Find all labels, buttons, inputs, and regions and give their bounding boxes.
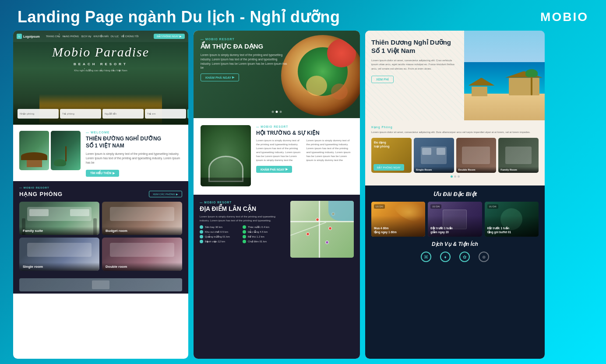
room-card-single[interactable]: Single room: [19, 238, 99, 271]
hero-script-title: Mobio Paradise: [52, 45, 149, 60]
map-label-waterfall: Thác nước 0.4 km: [248, 225, 269, 228]
right-rooms-grid: Đa dạngloại phòng ĐẶT PHÒNG NGAY Single: [371, 138, 539, 173]
offer-3-tag: UU DAI: [487, 204, 498, 209]
map-stat-square: Quảng trường 01 km: [200, 235, 241, 238]
offer-card-3[interactable]: UU DAI Đặt trước 1 tuầntặng gói buffet 0…: [485, 202, 539, 237]
palm-trunk: [531, 76, 532, 95]
right-room-book-button[interactable]: ĐẶT PHÒNG NGAY: [373, 164, 404, 171]
food-service-icon: ⊕: [479, 252, 489, 262]
map-label-square: Quảng trường 01 km: [205, 235, 230, 238]
food-dot-3[interactable]: [280, 111, 282, 113]
services-title: Dịch Vụ & Tiện Ích: [371, 241, 539, 247]
map-dot-island: [243, 230, 246, 234]
adults-input[interactable]: [102, 109, 144, 119]
map-stat-hospital: Bệnh viện 12 km: [200, 240, 241, 243]
offer-3-label: Đặt trước 1 tuầntặng gói buffet 01: [487, 227, 536, 234]
brand-name: MOBIO: [540, 10, 588, 24]
rooms-tag: — MOBIO RESORT: [19, 186, 182, 189]
event-btn-arrow-icon: ▶: [285, 168, 288, 171]
event-image: [201, 125, 251, 186]
nav-cta-label: ĐẶT PHÒNG NGAY: [157, 35, 179, 38]
room-card-budget[interactable]: Budget room: [102, 202, 182, 235]
event-title: HỘI TRƯỜNG & SỰ KIỆN: [256, 130, 353, 136]
map-stat-waterfall: Thác nước 0.4 km: [243, 225, 284, 229]
nav-cta-arrow-icon: ▶: [180, 35, 182, 38]
event-col-1: Lorem ipsum is simply dummy text of the …: [256, 139, 303, 162]
right-rooms-section: Hạng Phòng Lorem ipsum dolor sit amet, c…: [365, 120, 545, 186]
rooms-section: — MOBIO RESORT HẠNG PHÒNG XEM CÁC PHÒNG …: [13, 181, 188, 276]
map-title: ĐỊA ĐIỂM LÂN CẬN: [200, 205, 284, 213]
page-title: Landing Page ngành Du lịch - Nghỉ dưỡng: [18, 8, 340, 26]
right-room-double-label: Double Room: [456, 167, 497, 173]
room-card-family[interactable]: Family suite: [19, 202, 99, 235]
event-explore-button[interactable]: KHÁM PHÁ NGAY ▶: [256, 166, 292, 173]
right-room-family-label: Family Room: [498, 167, 539, 173]
map-dot-park: [200, 230, 203, 234]
map-dot-nightmarket: [243, 240, 246, 243]
map-label-park: Khu vui chơi 0.5 km: [205, 230, 228, 233]
single-room-label: Single room: [19, 262, 99, 271]
logo-icon: L: [17, 34, 22, 39]
welcome-btn-arrow-icon: ▶: [113, 172, 115, 175]
nav-link-about[interactable]: VỀ CHÚNG TÔI: [121, 35, 139, 38]
nav-link-promo[interactable]: KHUYẾN MÃI: [94, 35, 109, 38]
service-spa: ✿: [459, 252, 470, 262]
event-col-2: Lorem ipsum is simply dummy text of the …: [307, 139, 353, 162]
nav-cta-button[interactable]: ĐẶT PHÒNG NGAY ▶: [154, 34, 185, 39]
welcome-learn-more-button[interactable]: TÌM HIỂU THÊM ▶: [86, 170, 119, 177]
rooms-dot-3[interactable]: [458, 175, 460, 178]
food-section: — MOBIO RESORT ẨM THỰC ĐA DẠNG Lorem Ips…: [194, 31, 360, 118]
welcome-text: — WELCOME THIÊN ĐƯỜNG NGHỈ DƯỠNGSỐ 1 VIỆ…: [86, 131, 182, 177]
right-room-card-single[interactable]: Single Room: [414, 138, 454, 173]
nav-link-rooms[interactable]: HẠNG PHÒNG: [62, 35, 79, 38]
services-icons-row: ⌘ ♦ ✿ ⊕: [371, 252, 539, 262]
spa-icon: ✿: [459, 252, 470, 262]
map-section: — MOBIO RESORT ĐỊA ĐIỂM LÂN CẬN Lorem Ip…: [194, 195, 360, 359]
food-carousel-dots: [272, 111, 282, 113]
nav-link-services[interactable]: DỊCH VỤ: [81, 35, 91, 38]
checkin-input[interactable]: [18, 109, 59, 119]
offer-2-label: Đặt trước 1 tuầngiảm ngay 20: [430, 227, 479, 234]
double-room-label: Double room: [102, 262, 182, 271]
map-label-airport: Sân bay 30 km: [205, 226, 222, 228]
welcome-btn-label: TÌM HIỂU THÊM: [90, 172, 111, 175]
map-tag: — MOBIO RESORT: [200, 201, 284, 204]
room-card-double[interactable]: Double room: [102, 238, 182, 271]
rooms-header-row: HẠNG PHÒNG XEM CÁC PHÒNG ▶: [19, 191, 182, 197]
service-food: ⊕: [479, 252, 489, 262]
search-button[interactable]: CHECK PHÒNG: [187, 109, 188, 119]
right-room-card-double[interactable]: Double Room: [456, 138, 497, 173]
right-room-card-featured[interactable]: Đa dạngloại phòng ĐẶT PHÒNG NGAY: [371, 138, 412, 173]
view-all-rooms-button[interactable]: XEM CÁC PHÒNG ▶: [149, 191, 182, 197]
map-label-hospital: Bệnh viện 12 km: [205, 240, 225, 243]
welcome-images: [19, 131, 81, 177]
offers-grid: UU DAI Mua 4 đêmtặng ngay 1 đêm UU DAI Đ…: [371, 202, 539, 237]
right-rooms-tag: Hạng Phòng: [371, 126, 539, 129]
offers-section: Ưu Đãi Đặc Biệt UU DAI Mua 4 đêmtặng nga…: [365, 186, 545, 359]
palm-leaves: [525, 69, 538, 77]
logo-text: Logolpsum: [23, 35, 40, 38]
food-dot-2[interactable]: [276, 111, 278, 113]
food-dot-1[interactable]: [272, 111, 274, 113]
food-explore-button[interactable]: KHÁM PHÁ NGAY ▶: [201, 74, 239, 81]
children-input[interactable]: [145, 109, 186, 119]
hero-subtitle: BEACH RESORT: [74, 62, 128, 66]
nav-link-travel[interactable]: DU LỊC: [111, 35, 119, 38]
offer-card-2[interactable]: UU DAI Đặt trước 1 tuầngiảm ngay 20: [428, 202, 482, 237]
checkout-input[interactable]: [60, 109, 101, 119]
rooms-dot-2[interactable]: [454, 175, 456, 178]
rooms-dot-1[interactable]: [451, 175, 453, 178]
nav-link-home[interactable]: TRANG CHỦ: [46, 35, 60, 38]
food-tag: — MOBIO RESORT: [201, 38, 288, 41]
map-dot-waterfall: [243, 225, 246, 229]
right-room-card-family[interactable]: Family Room: [498, 138, 539, 173]
offer-card-1[interactable]: UU DAI Mua 4 đêmtặng ngay 1 đêm: [371, 202, 425, 237]
food-title: ẨM THỰC ĐA DẠNG: [201, 42, 288, 50]
right-rooms-body: Lorem ipsum dolor sit amet, consectetur …: [371, 130, 539, 134]
map-stat-park: Khu vui chơi 0.5 km: [200, 230, 241, 234]
beach-hut: [469, 78, 490, 95]
food-plate-image: [281, 35, 360, 116]
welcome-image-1: [19, 131, 49, 170]
map-dot-hospital: [200, 240, 203, 243]
offers-title: Ưu Đãi Đặc Biệt: [371, 191, 539, 197]
